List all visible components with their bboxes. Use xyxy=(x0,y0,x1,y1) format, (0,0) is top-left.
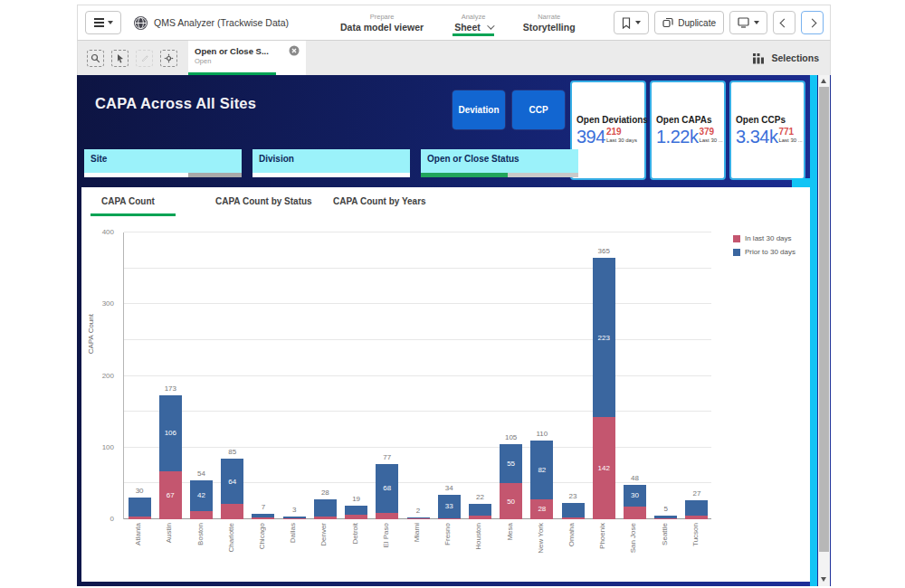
gridline xyxy=(124,232,711,232)
bar-chicago[interactable]: 7 xyxy=(252,514,274,519)
selections-grid-icon xyxy=(752,52,765,64)
tab-capa-count-by-years[interactable]: CAPA Count by Years xyxy=(333,196,426,206)
active-sheet-tab[interactable]: Open or Close S... Open xyxy=(188,41,306,75)
kpi-open-ccps[interactable]: Open CCPs 3.34k 771 Last 30 ... xyxy=(729,81,805,180)
segment-last30 xyxy=(438,518,461,519)
kpi-open-capas[interactable]: Open CAPAs 1.22k 379 Last 30 ... xyxy=(650,81,726,180)
kpi-value: 1.22k xyxy=(656,128,698,146)
main-menu-button[interactable] xyxy=(85,11,121,34)
gridline xyxy=(124,339,711,340)
previous-sheet-button[interactable] xyxy=(773,11,795,34)
bar-charlotte[interactable]: 6485 xyxy=(221,459,243,519)
bar-atlanta[interactable]: 30 xyxy=(129,498,151,519)
segment-prior xyxy=(345,506,367,515)
bar-dallas[interactable]: 3 xyxy=(283,517,306,519)
gridline xyxy=(124,268,711,269)
scroll-down-arrow-icon[interactable] xyxy=(821,577,826,582)
x-axis-label: Chicago xyxy=(258,523,266,549)
x-axis-label: Atlanta xyxy=(134,523,142,545)
gridline xyxy=(124,375,711,376)
bar-total-label: 365 xyxy=(593,247,615,255)
close-icon[interactable] xyxy=(289,45,300,56)
bar-miami[interactable]: 2 xyxy=(407,517,430,519)
scrollbar-thumb[interactable] xyxy=(819,87,829,552)
filter-site[interactable]: Site xyxy=(84,149,242,177)
y-tick-label: 0 xyxy=(110,515,114,523)
segment-last30 xyxy=(129,517,151,519)
chevron-right-icon xyxy=(808,18,817,27)
topbar-actions: Duplicate xyxy=(614,11,824,34)
x-axis-label: Miami xyxy=(413,523,421,542)
kpi-row: Open Deviations 394 219 Last 30 days Ope… xyxy=(570,81,805,180)
kpi-open-deviations[interactable]: Open Deviations 394 219 Last 30 days xyxy=(570,81,646,180)
segment-prior: 55 xyxy=(500,444,522,484)
bar-seattle[interactable]: 5 xyxy=(654,516,677,519)
app-identity: QMS Analyzer (Trackwise Data) xyxy=(134,16,289,30)
filter-state-bar xyxy=(421,173,578,177)
chevron-left-icon xyxy=(780,18,789,27)
selections-button[interactable]: Selections xyxy=(752,52,819,64)
nav-prepare[interactable]: Prepare Data model viewer xyxy=(338,10,425,36)
filter-open-close-status[interactable]: Open or Close Status xyxy=(421,149,578,177)
bar-mesa[interactable]: 5550105 xyxy=(500,444,522,519)
bar-total-label: 27 xyxy=(685,489,708,498)
bar-omaha[interactable]: 23 xyxy=(562,503,585,519)
segment-prior: 42 xyxy=(190,480,213,510)
bar-denver[interactable]: 28 xyxy=(314,499,337,519)
monitor-icon xyxy=(738,17,749,28)
bar-total-label: 85 xyxy=(221,448,243,456)
plot-area: 3010667173425464857328196877233342255501… xyxy=(123,232,711,519)
nav-narrate[interactable]: Narrate Storytelling xyxy=(521,10,577,36)
segment-prior: 82 xyxy=(530,441,553,499)
app-title: QMS Analyzer (Trackwise Data) xyxy=(154,17,289,28)
bar-total-label: 77 xyxy=(376,453,398,461)
x-axis-label: Boston xyxy=(196,523,205,545)
filter-state-bar xyxy=(84,173,242,177)
bar-austin[interactable]: 10667173 xyxy=(159,395,182,519)
bar-phoenix[interactable]: 223142365 xyxy=(593,258,615,519)
filter-division[interactable]: Division xyxy=(252,149,410,177)
tab-capa-count[interactable]: CAPA Count xyxy=(101,196,155,206)
vertical-scrollbar[interactable] xyxy=(818,75,830,586)
legend-swatch-blue xyxy=(733,249,740,256)
selection-tool-button[interactable] xyxy=(111,50,129,67)
x-axis-label: Detroit xyxy=(351,523,359,545)
scroll-up-arrow-icon[interactable] xyxy=(821,79,826,83)
x-axis-label: Charlotte xyxy=(227,523,235,552)
bar-total-label: 3 xyxy=(283,506,306,514)
duplicate-icon xyxy=(662,17,673,28)
top-navigation: Prepare Data model viewer Analyze Sheet … xyxy=(338,5,577,40)
settings-tool-button[interactable] xyxy=(160,50,177,67)
bookmark-button[interactable] xyxy=(614,11,649,34)
filter-row: Site Division Open or Close Status xyxy=(84,149,578,177)
hamburger-icon xyxy=(94,18,104,27)
ccp-button[interactable]: CCP xyxy=(512,90,565,129)
next-sheet-button[interactable] xyxy=(801,11,824,34)
y-tick-label: 200 xyxy=(102,372,114,380)
legend-prior-to-30-days[interactable]: Prior to 30 days xyxy=(733,248,795,256)
segment-prior: 223 xyxy=(593,258,615,418)
legend-in-last-30-days[interactable]: In last 30 days xyxy=(733,234,795,242)
dashboard-content: CAPA Across All Sites Deviation CCP Open… xyxy=(77,75,831,586)
segment-prior xyxy=(685,500,708,516)
bar-boston[interactable]: 4254 xyxy=(190,480,213,519)
bar-el-paso[interactable]: 6877 xyxy=(376,464,398,519)
insight-search-button[interactable] xyxy=(87,50,104,67)
duplicate-button[interactable]: Duplicate xyxy=(654,11,724,34)
bar-detroit[interactable]: 19 xyxy=(345,506,367,519)
bar-new-york[interactable]: 8228110 xyxy=(530,441,553,519)
caret-down-icon xyxy=(635,21,641,24)
filter-state-bar xyxy=(252,173,410,177)
deviation-button[interactable]: Deviation xyxy=(452,90,505,129)
bar-san-jose[interactable]: 3048 xyxy=(624,485,646,519)
nav-analyze[interactable]: Analyze Sheet xyxy=(452,10,494,36)
sheet-view-button[interactable] xyxy=(729,11,767,34)
bar-fresno[interactable]: 3334 xyxy=(438,495,461,519)
bar-houston[interactable]: 22 xyxy=(469,504,491,519)
kpi-period: Last 30 ... xyxy=(778,138,802,143)
tab-capa-count-by-status[interactable]: CAPA Count by Status xyxy=(215,196,312,206)
app-window: QMS Analyzer (Trackwise Data) Prepare Da… xyxy=(77,5,831,586)
gridline xyxy=(124,303,711,304)
bar-tucson[interactable]: 27 xyxy=(685,500,708,519)
y-axis-title: CAPA Count xyxy=(87,314,95,354)
